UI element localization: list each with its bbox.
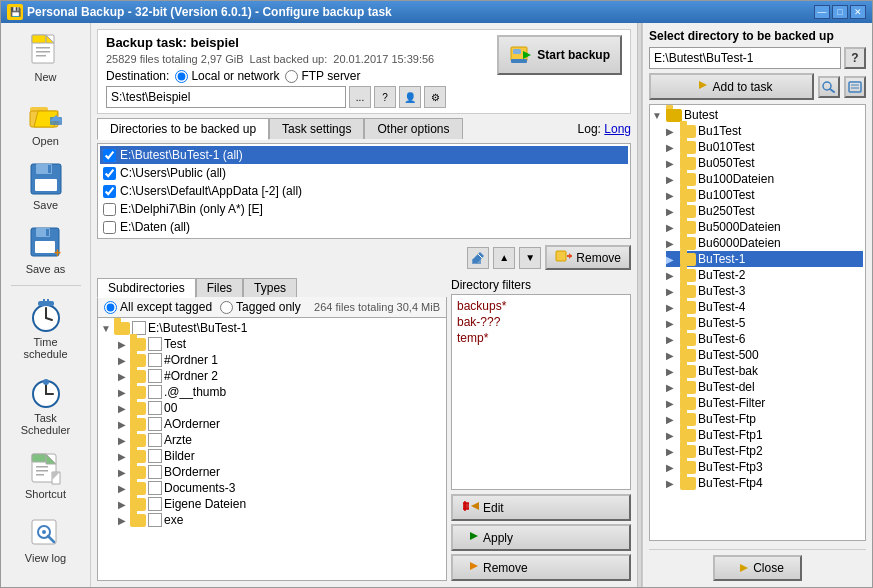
- right-tree-butest2[interactable]: ▶ BuTest-2: [666, 267, 863, 283]
- right-tree-bu5000[interactable]: ▶ Bu5000Dateien: [666, 219, 863, 235]
- tab-task-settings[interactable]: Task settings: [269, 118, 364, 139]
- tree-item-test[interactable]: ▶ Test: [116, 336, 444, 352]
- right-tree-butest500[interactable]: ▶ BuTest-500: [666, 347, 863, 363]
- right-tree-butest4[interactable]: ▶ BuTest-4: [666, 299, 863, 315]
- tree-item-00[interactable]: ▶ 00: [116, 400, 444, 416]
- dir-item-3[interactable]: E:\Delphi7\Bin (only A*) [E]: [100, 200, 628, 218]
- tree-item-exe[interactable]: ▶ exe: [116, 512, 444, 528]
- move-up-button[interactable]: ▲: [493, 247, 515, 269]
- tree-expand-ordner2[interactable]: ▶: [116, 371, 128, 382]
- remove-dir-button[interactable]: Remove: [545, 245, 631, 270]
- tree-item-eigene[interactable]: ▶ Eigene Dateien: [116, 496, 444, 512]
- right-tree-bu100test[interactable]: ▶ Bu100Test: [666, 187, 863, 203]
- tree-check-eigene[interactable]: [148, 497, 162, 511]
- tree-root-check[interactable]: [132, 321, 146, 335]
- all-except-label[interactable]: All except tagged: [104, 300, 212, 314]
- sidebar-item-new[interactable]: New: [6, 27, 86, 87]
- path-settings-button[interactable]: ⚙: [424, 86, 446, 108]
- start-backup-button[interactable]: Start backup: [497, 35, 622, 75]
- local-network-radio[interactable]: [175, 70, 188, 83]
- path-help-button[interactable]: ?: [374, 86, 396, 108]
- tree-check-thumb[interactable]: [148, 385, 162, 399]
- tree-item-docs3[interactable]: ▶ Documents-3: [116, 480, 444, 496]
- tree-check-aordner[interactable]: [148, 417, 162, 431]
- tree-expand-bilder[interactable]: ▶: [116, 451, 128, 462]
- right-tree-expand-butestbak[interactable]: ▶: [666, 366, 678, 377]
- ftp-radio[interactable]: [285, 70, 298, 83]
- tree-check-ordner2[interactable]: [148, 369, 162, 383]
- right-tree-expand-butest6[interactable]: ▶: [666, 334, 678, 345]
- dir-checkbox-3[interactable]: [103, 203, 116, 216]
- right-tree-bu1test[interactable]: ▶ Bu1Test: [666, 123, 863, 139]
- sidebar-item-open[interactable]: Open: [6, 91, 86, 151]
- ftp-radio-label[interactable]: FTP server: [285, 69, 360, 83]
- subtab-files[interactable]: Files: [196, 278, 243, 297]
- tree-item-ordner2[interactable]: ▶ #Ordner 2: [116, 368, 444, 384]
- right-tree-expand-butestfilter[interactable]: ▶: [666, 398, 678, 409]
- tree-item-thumb[interactable]: ▶ .@__thumb: [116, 384, 444, 400]
- right-tree-expand-butestftp1[interactable]: ▶: [666, 430, 678, 441]
- edit-dir-button[interactable]: [467, 247, 489, 269]
- right-tree-butestftp1[interactable]: ▶ BuTest-Ftp1: [666, 427, 863, 443]
- tree-item-arzte[interactable]: ▶ Arzte: [116, 432, 444, 448]
- tree-item-bilder[interactable]: ▶ Bilder: [116, 448, 444, 464]
- all-except-radio[interactable]: [104, 301, 117, 314]
- right-tree-butestfilter[interactable]: ▶ BuTest-Filter: [666, 395, 863, 411]
- right-tree-bu100dateien[interactable]: ▶ Bu100Dateien: [666, 171, 863, 187]
- right-tree-butest5[interactable]: ▶ BuTest-5: [666, 315, 863, 331]
- tree-expand-test[interactable]: ▶: [116, 339, 128, 350]
- tab-other-options[interactable]: Other options: [364, 118, 462, 139]
- path-user-button[interactable]: 👤: [399, 86, 421, 108]
- tree-root-expand[interactable]: ▼: [100, 323, 112, 334]
- tree-item-bordner[interactable]: ▶ BOrderner: [116, 464, 444, 480]
- tree-check-bordner[interactable]: [148, 465, 162, 479]
- tree-expand-ordner1[interactable]: ▶: [116, 355, 128, 366]
- tree-check-exe[interactable]: [148, 513, 162, 527]
- right-tree-expand-bu010[interactable]: ▶: [666, 142, 678, 153]
- right-tree-expand-butest3[interactable]: ▶: [666, 286, 678, 297]
- right-tree-expand-bu100d[interactable]: ▶: [666, 174, 678, 185]
- close-window-button[interactable]: ✕: [850, 5, 866, 19]
- right-tree-expand-butest5[interactable]: ▶: [666, 318, 678, 329]
- right-tree-expand-butest2[interactable]: ▶: [666, 270, 678, 281]
- right-tree-expand-bu250[interactable]: ▶: [666, 206, 678, 217]
- right-tree-bu010test[interactable]: ▶ Bu010Test: [666, 139, 863, 155]
- tree-root-item[interactable]: ▼ E:\Butest\BuTest-1: [100, 320, 444, 336]
- dir-item-4[interactable]: E:\Daten (all): [100, 218, 628, 236]
- right-tree-butestftp[interactable]: ▶ BuTest-Ftp: [666, 411, 863, 427]
- right-tree-expand-bu050[interactable]: ▶: [666, 158, 678, 169]
- tree-expand-eigene[interactable]: ▶: [116, 499, 128, 510]
- tree-expand-arzte[interactable]: ▶: [116, 435, 128, 446]
- right-tree-butestdel[interactable]: ▶ BuTest-del: [666, 379, 863, 395]
- sidebar-item-viewlog[interactable]: View log: [6, 508, 86, 568]
- right-tree-butestbak[interactable]: ▶ BuTest-bak: [666, 363, 863, 379]
- move-down-button[interactable]: ▼: [519, 247, 541, 269]
- dir-checkbox-1[interactable]: [103, 167, 116, 180]
- right-tree-butest3[interactable]: ▶ BuTest-3: [666, 283, 863, 299]
- dir-checkbox-4[interactable]: [103, 221, 116, 234]
- right-tree-butestftp2[interactable]: ▶ BuTest-Ftp2: [666, 443, 863, 459]
- right-tree-expand-bu6000[interactable]: ▶: [666, 238, 678, 249]
- dir-checkbox-0[interactable]: [103, 149, 116, 162]
- right-tree-expand-bu1test[interactable]: ▶: [666, 126, 678, 137]
- tree-expand-thumb[interactable]: ▶: [116, 387, 128, 398]
- tree-item-ordner1[interactable]: ▶ #Ordner 1: [116, 352, 444, 368]
- right-tree-expand-bu100t[interactable]: ▶: [666, 190, 678, 201]
- tree-check-bilder[interactable]: [148, 449, 162, 463]
- right-tree-expand-butest500[interactable]: ▶: [666, 350, 678, 361]
- right-panel-browse-button[interactable]: [818, 76, 840, 98]
- right-tree-butestftp4[interactable]: ▶ BuTest-Ftp4: [666, 475, 863, 491]
- right-tree-expand-bu5000[interactable]: ▶: [666, 222, 678, 233]
- sidebar-item-shortcut[interactable]: Shortcut: [6, 444, 86, 504]
- tree-expand-exe[interactable]: ▶: [116, 515, 128, 526]
- tree-expand-bordner[interactable]: ▶: [116, 467, 128, 478]
- right-tree-expand-butestftp3[interactable]: ▶: [666, 462, 678, 473]
- right-tree-expand-butestdel[interactable]: ▶: [666, 382, 678, 393]
- right-tree-expand-butest4[interactable]: ▶: [666, 302, 678, 313]
- add-to-task-button[interactable]: Add to task: [649, 73, 814, 100]
- minimize-button[interactable]: —: [814, 5, 830, 19]
- subtab-types[interactable]: Types: [243, 278, 297, 297]
- tree-check-arzte[interactable]: [148, 433, 162, 447]
- close-button[interactable]: Close: [713, 555, 802, 581]
- tagged-only-radio[interactable]: [220, 301, 233, 314]
